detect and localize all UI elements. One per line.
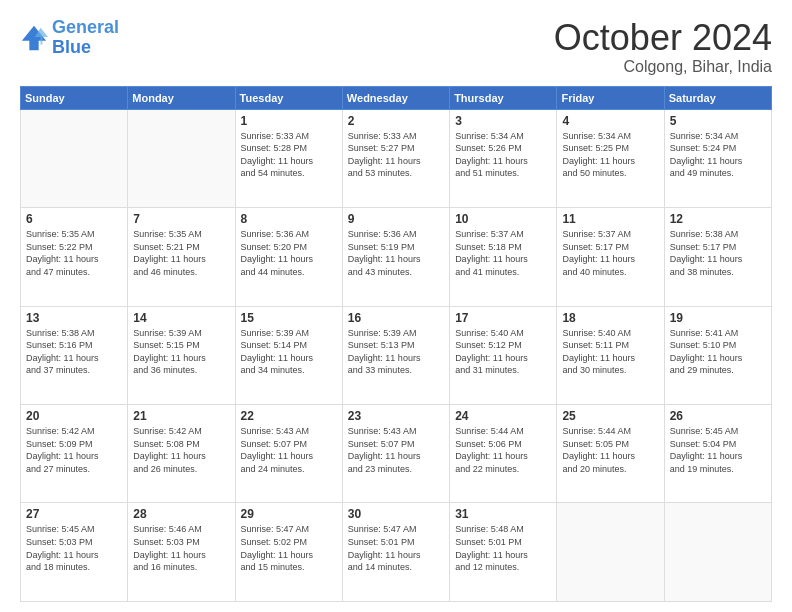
- day-number: 5: [670, 114, 766, 128]
- day-number: 8: [241, 212, 337, 226]
- day-info: Sunrise: 5:45 AM Sunset: 5:03 PM Dayligh…: [26, 523, 122, 573]
- logo-text: General Blue: [52, 18, 119, 58]
- calendar-week-row: 20Sunrise: 5:42 AM Sunset: 5:09 PM Dayli…: [21, 405, 772, 503]
- day-info: Sunrise: 5:47 AM Sunset: 5:02 PM Dayligh…: [241, 523, 337, 573]
- day-number: 27: [26, 507, 122, 521]
- day-info: Sunrise: 5:44 AM Sunset: 5:05 PM Dayligh…: [562, 425, 658, 475]
- col-wednesday: Wednesday: [342, 86, 449, 109]
- table-row: [664, 503, 771, 602]
- table-row: 2Sunrise: 5:33 AM Sunset: 5:27 PM Daylig…: [342, 109, 449, 207]
- table-row: 10Sunrise: 5:37 AM Sunset: 5:18 PM Dayli…: [450, 208, 557, 306]
- day-info: Sunrise: 5:39 AM Sunset: 5:13 PM Dayligh…: [348, 327, 444, 377]
- table-row: [21, 109, 128, 207]
- month-title: October 2024: [554, 18, 772, 58]
- day-info: Sunrise: 5:40 AM Sunset: 5:11 PM Dayligh…: [562, 327, 658, 377]
- day-number: 9: [348, 212, 444, 226]
- col-saturday: Saturday: [664, 86, 771, 109]
- table-row: 9Sunrise: 5:36 AM Sunset: 5:19 PM Daylig…: [342, 208, 449, 306]
- table-row: 19Sunrise: 5:41 AM Sunset: 5:10 PM Dayli…: [664, 306, 771, 404]
- day-info: Sunrise: 5:42 AM Sunset: 5:08 PM Dayligh…: [133, 425, 229, 475]
- day-number: 4: [562, 114, 658, 128]
- day-number: 21: [133, 409, 229, 423]
- table-row: 20Sunrise: 5:42 AM Sunset: 5:09 PM Dayli…: [21, 405, 128, 503]
- day-info: Sunrise: 5:35 AM Sunset: 5:21 PM Dayligh…: [133, 228, 229, 278]
- day-info: Sunrise: 5:43 AM Sunset: 5:07 PM Dayligh…: [348, 425, 444, 475]
- calendar-header-row: Sunday Monday Tuesday Wednesday Thursday…: [21, 86, 772, 109]
- location-subtitle: Colgong, Bihar, India: [554, 58, 772, 76]
- day-number: 25: [562, 409, 658, 423]
- day-info: Sunrise: 5:38 AM Sunset: 5:16 PM Dayligh…: [26, 327, 122, 377]
- table-row: 17Sunrise: 5:40 AM Sunset: 5:12 PM Dayli…: [450, 306, 557, 404]
- day-number: 12: [670, 212, 766, 226]
- day-number: 16: [348, 311, 444, 325]
- table-row: 28Sunrise: 5:46 AM Sunset: 5:03 PM Dayli…: [128, 503, 235, 602]
- title-block: October 2024 Colgong, Bihar, India: [554, 18, 772, 76]
- day-info: Sunrise: 5:35 AM Sunset: 5:22 PM Dayligh…: [26, 228, 122, 278]
- day-info: Sunrise: 5:34 AM Sunset: 5:26 PM Dayligh…: [455, 130, 551, 180]
- logo-icon: [20, 24, 48, 52]
- day-number: 15: [241, 311, 337, 325]
- table-row: 5Sunrise: 5:34 AM Sunset: 5:24 PM Daylig…: [664, 109, 771, 207]
- svg-marker-0: [22, 26, 46, 50]
- day-info: Sunrise: 5:36 AM Sunset: 5:20 PM Dayligh…: [241, 228, 337, 278]
- table-row: 29Sunrise: 5:47 AM Sunset: 5:02 PM Dayli…: [235, 503, 342, 602]
- calendar-week-row: 6Sunrise: 5:35 AM Sunset: 5:22 PM Daylig…: [21, 208, 772, 306]
- day-info: Sunrise: 5:43 AM Sunset: 5:07 PM Dayligh…: [241, 425, 337, 475]
- day-number: 13: [26, 311, 122, 325]
- table-row: 16Sunrise: 5:39 AM Sunset: 5:13 PM Dayli…: [342, 306, 449, 404]
- day-number: 22: [241, 409, 337, 423]
- table-row: 30Sunrise: 5:47 AM Sunset: 5:01 PM Dayli…: [342, 503, 449, 602]
- day-info: Sunrise: 5:41 AM Sunset: 5:10 PM Dayligh…: [670, 327, 766, 377]
- table-row: 12Sunrise: 5:38 AM Sunset: 5:17 PM Dayli…: [664, 208, 771, 306]
- table-row: 6Sunrise: 5:35 AM Sunset: 5:22 PM Daylig…: [21, 208, 128, 306]
- day-number: 11: [562, 212, 658, 226]
- day-number: 10: [455, 212, 551, 226]
- table-row: 18Sunrise: 5:40 AM Sunset: 5:11 PM Dayli…: [557, 306, 664, 404]
- table-row: [128, 109, 235, 207]
- table-row: 24Sunrise: 5:44 AM Sunset: 5:06 PM Dayli…: [450, 405, 557, 503]
- calendar-week-row: 1Sunrise: 5:33 AM Sunset: 5:28 PM Daylig…: [21, 109, 772, 207]
- page: General Blue October 2024 Colgong, Bihar…: [0, 0, 792, 612]
- day-number: 23: [348, 409, 444, 423]
- day-info: Sunrise: 5:47 AM Sunset: 5:01 PM Dayligh…: [348, 523, 444, 573]
- calendar-table: Sunday Monday Tuesday Wednesday Thursday…: [20, 86, 772, 602]
- day-info: Sunrise: 5:44 AM Sunset: 5:06 PM Dayligh…: [455, 425, 551, 475]
- table-row: 3Sunrise: 5:34 AM Sunset: 5:26 PM Daylig…: [450, 109, 557, 207]
- day-number: 28: [133, 507, 229, 521]
- day-number: 29: [241, 507, 337, 521]
- day-number: 18: [562, 311, 658, 325]
- day-info: Sunrise: 5:42 AM Sunset: 5:09 PM Dayligh…: [26, 425, 122, 475]
- logo: General Blue: [20, 18, 119, 58]
- col-monday: Monday: [128, 86, 235, 109]
- day-number: 24: [455, 409, 551, 423]
- calendar-week-row: 27Sunrise: 5:45 AM Sunset: 5:03 PM Dayli…: [21, 503, 772, 602]
- day-number: 7: [133, 212, 229, 226]
- header: General Blue October 2024 Colgong, Bihar…: [20, 18, 772, 76]
- table-row: 13Sunrise: 5:38 AM Sunset: 5:16 PM Dayli…: [21, 306, 128, 404]
- day-info: Sunrise: 5:33 AM Sunset: 5:27 PM Dayligh…: [348, 130, 444, 180]
- col-thursday: Thursday: [450, 86, 557, 109]
- day-info: Sunrise: 5:45 AM Sunset: 5:04 PM Dayligh…: [670, 425, 766, 475]
- day-info: Sunrise: 5:46 AM Sunset: 5:03 PM Dayligh…: [133, 523, 229, 573]
- table-row: 27Sunrise: 5:45 AM Sunset: 5:03 PM Dayli…: [21, 503, 128, 602]
- table-row: [557, 503, 664, 602]
- day-info: Sunrise: 5:33 AM Sunset: 5:28 PM Dayligh…: [241, 130, 337, 180]
- table-row: 31Sunrise: 5:48 AM Sunset: 5:01 PM Dayli…: [450, 503, 557, 602]
- day-info: Sunrise: 5:36 AM Sunset: 5:19 PM Dayligh…: [348, 228, 444, 278]
- day-number: 31: [455, 507, 551, 521]
- day-info: Sunrise: 5:40 AM Sunset: 5:12 PM Dayligh…: [455, 327, 551, 377]
- table-row: 22Sunrise: 5:43 AM Sunset: 5:07 PM Dayli…: [235, 405, 342, 503]
- col-friday: Friday: [557, 86, 664, 109]
- table-row: 25Sunrise: 5:44 AM Sunset: 5:05 PM Dayli…: [557, 405, 664, 503]
- table-row: 4Sunrise: 5:34 AM Sunset: 5:25 PM Daylig…: [557, 109, 664, 207]
- day-number: 20: [26, 409, 122, 423]
- calendar-week-row: 13Sunrise: 5:38 AM Sunset: 5:16 PM Dayli…: [21, 306, 772, 404]
- day-number: 3: [455, 114, 551, 128]
- day-number: 2: [348, 114, 444, 128]
- day-info: Sunrise: 5:48 AM Sunset: 5:01 PM Dayligh…: [455, 523, 551, 573]
- day-info: Sunrise: 5:37 AM Sunset: 5:17 PM Dayligh…: [562, 228, 658, 278]
- day-number: 1: [241, 114, 337, 128]
- table-row: 8Sunrise: 5:36 AM Sunset: 5:20 PM Daylig…: [235, 208, 342, 306]
- table-row: 11Sunrise: 5:37 AM Sunset: 5:17 PM Dayli…: [557, 208, 664, 306]
- table-row: 15Sunrise: 5:39 AM Sunset: 5:14 PM Dayli…: [235, 306, 342, 404]
